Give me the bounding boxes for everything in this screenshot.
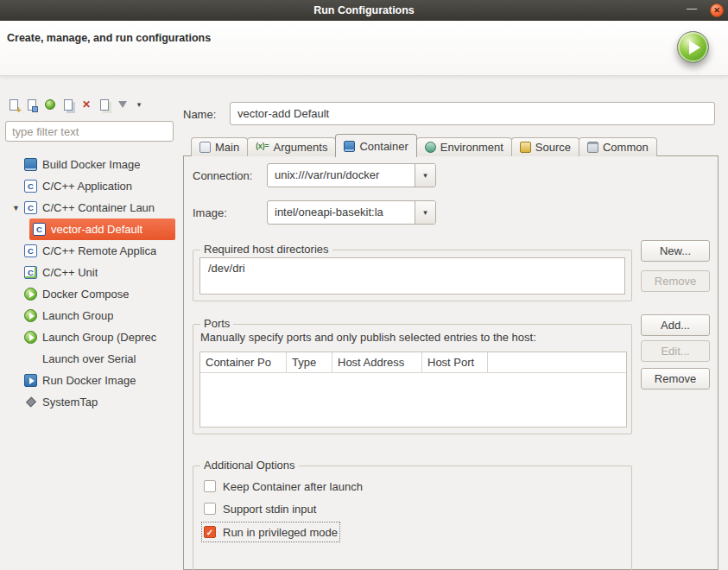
- keep-container-option[interactable]: Keep Container after launch: [204, 478, 363, 494]
- ports-col-container-port[interactable]: Container Po: [200, 352, 287, 372]
- tab-common[interactable]: Common: [579, 137, 657, 156]
- c-container-launcher-icon: C: [33, 223, 46, 236]
- sidebar-item-launch-group-deprecated[interactable]: Launch Group (Deprec: [5, 326, 175, 348]
- sidebar-item-vector-add-default[interactable]: C vector-add Default: [29, 218, 175, 240]
- filter-input[interactable]: [5, 121, 174, 142]
- toolbar-menu-dropdown-icon[interactable]: ▾: [134, 98, 144, 111]
- edit-port-button[interactable]: Edit...: [641, 340, 710, 362]
- ports-col-type[interactable]: Type: [287, 352, 332, 372]
- support-stdin-option[interactable]: Support stdin input: [204, 501, 316, 516]
- launch-group-icon: [24, 309, 37, 322]
- expander-chevron-icon[interactable]: ▼: [12, 204, 24, 212]
- ports-group: Ports Manually specify ports and only pu…: [193, 324, 632, 434]
- remove-host-dir-button[interactable]: Remove: [641, 270, 710, 292]
- tab-source[interactable]: Source: [511, 137, 579, 156]
- c-application-icon: C: [24, 180, 37, 193]
- ports-table[interactable]: Container Po Type Host Address Host Port: [199, 352, 627, 428]
- remove-port-button[interactable]: Remove: [641, 368, 710, 390]
- tree-item-label: Build Docker Image: [42, 158, 140, 171]
- ports-col-host-port[interactable]: Host Port: [422, 352, 488, 372]
- tab-container[interactable]: Container: [335, 134, 416, 157]
- tab-container-label: Container: [359, 140, 408, 153]
- sidebar-item-systemtap[interactable]: SystemTap: [5, 391, 175, 413]
- connection-value: unix:///var/run/docker: [268, 164, 415, 187]
- privileged-mode-option[interactable]: ✓ Run in privileged mode: [204, 524, 338, 540]
- ports-group-label: Ports: [200, 317, 233, 330]
- tab-environment[interactable]: Environment: [416, 137, 512, 156]
- tree-item-label: C/C++ Application: [42, 180, 132, 193]
- host-directories-list[interactable]: /dev/dri: [199, 257, 625, 294]
- filter-configurations-icon[interactable]: [116, 98, 130, 111]
- sidebar-item-cpp-remote-application[interactable]: C C/C++ Remote Applica: [5, 240, 175, 262]
- sidebar-item-cpp-container-launcher[interactable]: ▼ C C/C++ Container Laun: [5, 197, 175, 218]
- keep-container-label: Keep Container after launch: [223, 480, 363, 493]
- name-label: Name:: [183, 108, 216, 121]
- ports-description: Manually specify ports and only publish …: [200, 331, 536, 344]
- connection-label: Connection:: [193, 169, 252, 182]
- host-directories-group: Required host directories /dev/dri: [193, 250, 632, 301]
- sidebar-item-build-docker-image[interactable]: Build Docker Image: [5, 154, 175, 175]
- new-prototype-icon[interactable]: [25, 98, 39, 111]
- launch-group-deprecated-icon: [24, 331, 37, 344]
- sidebar-item-launch-over-serial[interactable]: Launch over Serial: [5, 348, 175, 370]
- tree-item-label: Run Docker Image: [42, 374, 136, 387]
- privileged-mode-label: Run in privileged mode: [223, 526, 338, 539]
- sidebar: ✕ ▾ Build Docker Image C C/C++ Applicati…: [5, 97, 175, 570]
- run-docker-image-icon: [24, 374, 37, 387]
- close-button[interactable]: ✕: [710, 3, 724, 17]
- c-remote-application-icon: C: [24, 244, 37, 257]
- connection-dropdown-icon[interactable]: ▾: [415, 164, 435, 187]
- ports-col-host-address[interactable]: Host Address: [332, 352, 422, 372]
- source-tab-icon: [520, 142, 531, 153]
- tab-environment-label: Environment: [440, 141, 503, 154]
- image-combo[interactable]: intel/oneapi-basekit:la ▾: [267, 200, 436, 225]
- ports-table-header: Container Po Type Host Address Host Port: [200, 352, 626, 373]
- tree-item-label: Launch Group (Deprec: [42, 331, 156, 344]
- run-icon: [677, 31, 709, 63]
- tab-main[interactable]: Main: [191, 137, 248, 156]
- tab-main-label: Main: [215, 141, 239, 154]
- sidebar-toolbar: ✕ ▾: [5, 97, 175, 112]
- tree-item-label: C/C++ Unit: [42, 266, 98, 279]
- host-directories-group-label: Required host directories: [200, 243, 332, 256]
- launch-over-serial-icon: [24, 352, 37, 365]
- new-host-dir-button[interactable]: New...: [641, 240, 710, 262]
- window-title: Run Configurations: [313, 4, 415, 16]
- duplicate-configuration-icon[interactable]: [61, 98, 75, 111]
- tree-item-label: vector-add Default: [51, 223, 142, 236]
- image-value: intel/oneapi-basekit:la: [268, 201, 415, 224]
- keep-container-checkbox[interactable]: [204, 480, 216, 492]
- new-launch-configuration-icon[interactable]: [7, 98, 21, 111]
- minimize-button[interactable]: —: [683, 0, 700, 21]
- container-tab-icon: [344, 141, 355, 152]
- support-stdin-checkbox[interactable]: [204, 503, 216, 515]
- ports-col-filler: [488, 352, 626, 372]
- tab-source-label: Source: [535, 141, 571, 154]
- image-label: Image:: [193, 206, 227, 219]
- docker-build-icon: [24, 158, 37, 171]
- docker-compose-icon: [24, 288, 37, 301]
- tab-bar: Main (x)= Arguments Container Environmen…: [191, 133, 656, 156]
- image-dropdown-icon[interactable]: ▾: [415, 201, 435, 224]
- export-configurations-icon[interactable]: [43, 98, 57, 111]
- tree-item-label: C/C++ Container Laun: [42, 201, 155, 214]
- add-port-button[interactable]: Add...: [641, 314, 710, 336]
- name-input[interactable]: [230, 102, 715, 125]
- c-container-launcher-icon: C: [24, 201, 37, 214]
- main-tab-icon: [199, 142, 211, 153]
- arguments-tab-icon: (x)=: [256, 142, 269, 153]
- sidebar-item-cpp-application[interactable]: C C/C++ Application: [5, 175, 175, 197]
- sidebar-item-cpp-unit[interactable]: C C/C++ Unit: [5, 262, 175, 283]
- tab-arguments[interactable]: (x)= Arguments: [247, 137, 336, 156]
- titlebar[interactable]: Run Configurations — ✕: [0, 0, 728, 21]
- host-directory-item[interactable]: /dev/dri: [200, 258, 624, 278]
- collapse-all-icon[interactable]: [98, 98, 111, 111]
- privileged-mode-checkbox[interactable]: ✓: [204, 526, 216, 538]
- delete-configuration-icon[interactable]: ✕: [79, 98, 93, 111]
- tree-item-label: Launch Group: [42, 309, 113, 322]
- sidebar-item-run-docker-image[interactable]: Run Docker Image: [5, 370, 175, 391]
- sidebar-item-docker-compose[interactable]: Docker Compose: [5, 283, 175, 305]
- configurations-tree: Build Docker Image C C/C++ Application ▼…: [5, 154, 175, 413]
- sidebar-item-launch-group[interactable]: Launch Group: [5, 305, 175, 326]
- connection-combo[interactable]: unix:///var/run/docker ▾: [267, 163, 436, 187]
